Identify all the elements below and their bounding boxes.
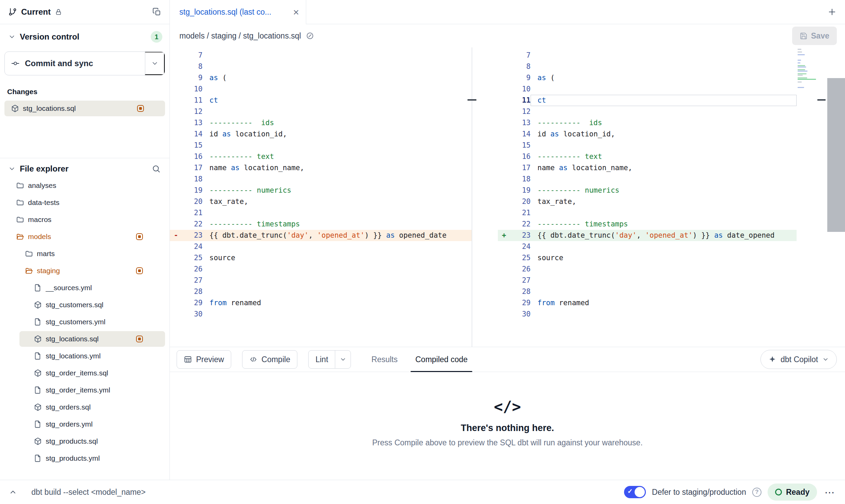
code-line-25[interactable]: 25source (170, 252, 472, 264)
code-line-26[interactable]: 26 (170, 264, 472, 275)
tree-item-stg-orders-yml[interactable]: stg_orders.yml (0, 416, 169, 433)
command-input[interactable]: dbt build --select <model_name> (31, 488, 146, 497)
code-line-8[interactable]: 8 (170, 61, 472, 72)
code-line-25[interactable]: 25source (498, 252, 797, 264)
code-line-27[interactable]: 27 (170, 275, 472, 286)
tree-item-models[interactable]: models (0, 228, 169, 245)
ready-status-badge[interactable]: Ready (768, 484, 817, 501)
tab-stg-locations-sql[interactable]: stg_locations.sql (last co... × (170, 0, 306, 24)
code-line-24[interactable]: 24 (498, 241, 797, 252)
lint-button[interactable]: Lint (309, 351, 335, 368)
new-tab-plus-icon[interactable] (827, 7, 837, 17)
code-line-6[interactable]: 6 (498, 47, 797, 50)
code-line-30[interactable]: 30 (170, 309, 472, 320)
code-line-10[interactable]: 10 (498, 84, 797, 95)
code-line-30[interactable]: 30 (498, 309, 797, 320)
code-line-9[interactable]: 9as ( (498, 72, 797, 84)
minimap[interactable] (797, 47, 817, 347)
preview-button[interactable]: Preview (177, 350, 231, 369)
code-line-17[interactable]: 17name as location_name, (170, 162, 472, 174)
code-line-28[interactable]: 28 (170, 286, 472, 297)
code-line-21[interactable]: 21 (498, 207, 797, 219)
code-line-18[interactable]: 18 (170, 174, 472, 185)
code-line-15[interactable]: 15 (498, 140, 797, 151)
changed-file-stg-locations-sql[interactable]: stg_locations.sql (4, 101, 165, 116)
lint-options-caret[interactable] (335, 351, 351, 368)
tree-item-data-tests[interactable]: data-tests (0, 194, 169, 211)
tab-results[interactable]: Results (367, 347, 402, 372)
tree-item-stg-customers-sql[interactable]: stg_customers.sql (0, 296, 169, 313)
code-line-23[interactable]: +23{{ dbt.date_trunc('day', 'opened_at')… (498, 230, 797, 241)
code-line-14[interactable]: 14id as location_id, (498, 129, 797, 140)
code-line-27[interactable]: 27 (498, 275, 797, 286)
code-line-12[interactable]: 12 (498, 106, 797, 117)
diff-pane-modified[interactable]: 6789as (1011ct1213---------- ids14id as … (472, 47, 797, 347)
code-line-17[interactable]: 17name as location_name, (498, 162, 797, 174)
code-line-20[interactable]: 20tax_rate, (170, 196, 472, 207)
tree-item-stg-order-items-sql[interactable]: stg_order_items.sql (0, 365, 169, 382)
diff-editor[interactable]: 6789as (1011ct1213---------- ids14id as … (170, 47, 845, 347)
diff-pane-original[interactable]: 6789as (1011ct1213---------- ids14id as … (170, 47, 472, 347)
code-line-12[interactable]: 12 (170, 106, 472, 117)
tree-item-stg-products-sql[interactable]: stg_products.sql (0, 433, 169, 450)
vertical-scrollbar[interactable] (827, 47, 845, 347)
tree-item-stg-products-yml[interactable]: stg_products.yml (0, 450, 169, 467)
code-line-15[interactable]: 15 (170, 140, 472, 151)
tree-item-analyses[interactable]: analyses (0, 177, 169, 194)
copy-path-icon[interactable] (306, 32, 314, 40)
code-line-13[interactable]: 13---------- ids (498, 117, 797, 129)
code-line-29[interactable]: 29from renamed (498, 297, 797, 309)
code-line-16[interactable]: 16---------- text (170, 151, 472, 162)
dbt-copilot-button[interactable]: dbt Copilot (760, 350, 837, 369)
code-line-29[interactable]: 29from renamed (170, 297, 472, 309)
chevron-up-icon[interactable] (9, 488, 17, 496)
code-line-14[interactable]: 14id as location_id, (170, 129, 472, 140)
tree-item-macros[interactable]: macros (0, 211, 169, 228)
tree-item-staging[interactable]: staging (0, 262, 169, 279)
code-line-6[interactable]: 6 (170, 47, 472, 50)
tree-item-stg-orders-sql[interactable]: stg_orders.sql (0, 399, 169, 416)
code-line-11[interactable]: 11ct (498, 95, 797, 106)
version-control-header[interactable]: Version control 1 (0, 24, 169, 43)
code-line-13[interactable]: 13---------- ids (170, 117, 472, 129)
code-line-24[interactable]: 24 (170, 241, 472, 252)
code-line-8[interactable]: 8 (498, 61, 797, 72)
code-line-7[interactable]: 7 (170, 50, 472, 61)
code-line-7[interactable]: 7 (498, 50, 797, 61)
code-line-11[interactable]: 11ct (170, 95, 472, 106)
commit-options-caret[interactable] (145, 52, 165, 75)
code-line-22[interactable]: 22---------- timestamps (170, 219, 472, 230)
tree-item-marts[interactable]: marts (0, 245, 169, 262)
file-explorer-header[interactable]: File explorer (0, 158, 169, 177)
duplicate-icon[interactable] (152, 8, 161, 16)
commit-and-sync-button[interactable]: Commit and sync (5, 52, 145, 75)
close-icon[interactable]: × (292, 7, 300, 17)
code-line-28[interactable]: 28 (498, 286, 797, 297)
code-line-16[interactable]: 16---------- text (498, 151, 797, 162)
search-icon[interactable] (152, 164, 161, 173)
code-line-10[interactable]: 10 (170, 84, 472, 95)
folder-icon (16, 216, 24, 224)
scrollbar-thumb[interactable] (827, 78, 845, 232)
help-icon[interactable]: ? (752, 488, 761, 497)
code-line-23[interactable]: -23{{ dbt.date_trunc('day', 'opened_at')… (170, 230, 472, 241)
code-line-19[interactable]: 19---------- numerics (170, 185, 472, 196)
save-button[interactable]: Save (792, 27, 837, 45)
code-line-21[interactable]: 21 (170, 207, 472, 219)
defer-toggle[interactable]: ✓ (624, 486, 646, 498)
tree-item-sources-yml[interactable]: __sources.yml (0, 279, 169, 296)
tree-item-stg-locations-sql[interactable]: stg_locations.sql (0, 330, 169, 347)
tree-item-stg-order-items-yml[interactable]: stg_order_items.yml (0, 382, 169, 399)
tree-item-stg-locations-yml[interactable]: stg_locations.yml (0, 347, 169, 365)
code-line-26[interactable]: 26 (498, 264, 797, 275)
code-line-9[interactable]: 9as ( (170, 72, 472, 84)
more-options-icon[interactable]: ⋯ (823, 486, 836, 498)
tab-compiled-code[interactable]: Compiled code (411, 347, 472, 372)
code-line-18[interactable]: 18 (498, 174, 797, 185)
code-line-22[interactable]: 22---------- timestamps (498, 219, 797, 230)
code-line-20[interactable]: 20tax_rate, (498, 196, 797, 207)
compile-button[interactable]: Compile (242, 350, 297, 369)
file-explorer: File explorer analysesdata-testsmacrosmo… (0, 158, 169, 480)
code-line-19[interactable]: 19---------- numerics (498, 185, 797, 196)
tree-item-stg-customers-yml[interactable]: stg_customers.yml (0, 313, 169, 330)
